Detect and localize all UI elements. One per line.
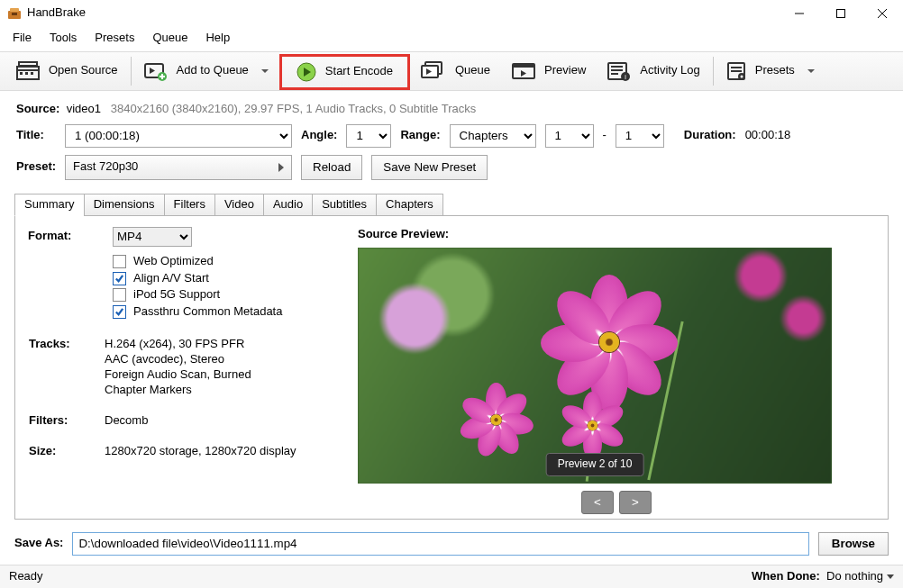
tab-chapters[interactable]: Chapters	[376, 194, 443, 216]
statusbar: Ready When Done: Do nothing	[0, 565, 903, 588]
activity-log-icon: i	[607, 61, 631, 81]
add-to-queue-button[interactable]: Add to Queue	[133, 51, 279, 91]
range-from-select[interactable]: 1	[545, 124, 594, 148]
align-av-checkbox[interactable]: Align A/V Start	[113, 271, 343, 286]
checkbox-unchecked-icon	[113, 288, 126, 302]
svg-rect-9	[19, 62, 37, 66]
when-done-value: Do nothing	[826, 569, 883, 583]
add-to-queue-label: Add to Queue	[177, 63, 249, 78]
menu-queue[interactable]: Queue	[145, 29, 195, 48]
svg-rect-4	[837, 9, 845, 17]
menubar: File Tools Presets Queue Help	[0, 27, 903, 51]
preview-icon	[512, 61, 535, 81]
activity-log-button[interactable]: i Activity Log	[597, 51, 710, 91]
preset-value: Fast 720p30	[73, 159, 138, 175]
open-source-button[interactable]: Open Source	[5, 51, 129, 91]
tracks-label: Tracks:	[28, 336, 104, 403]
track-line: Foreign Audio Scan, Burned	[105, 367, 296, 383]
source-name: video1	[67, 102, 101, 115]
browse-button[interactable]: Browse	[818, 532, 889, 556]
status-text: Ready	[9, 569, 43, 584]
range-label: Range:	[400, 128, 440, 143]
tabs-container: Summary Dimensions Filters Video Audio S…	[14, 193, 889, 520]
window-close-button[interactable]	[862, 0, 903, 27]
track-line: AAC (avcodec), Stereo	[105, 352, 296, 367]
presets-icon	[726, 61, 746, 81]
svg-rect-2	[12, 13, 17, 15]
start-encode-label: Start Encode	[325, 64, 393, 79]
align-av-label: Align A/V Start	[133, 271, 209, 286]
filters-label: Filters:	[28, 412, 104, 434]
range-mode-select[interactable]: Chapters	[450, 124, 536, 148]
add-queue-dropdown-icon[interactable]	[261, 69, 269, 73]
title-row: Title: 1 (00:00:18) Angle: 1 Range: Chap…	[0, 121, 903, 151]
queue-button[interactable]: Queue	[410, 51, 501, 91]
menu-presets[interactable]: Presets	[87, 29, 141, 48]
presets-dropdown-icon[interactable]	[807, 69, 815, 73]
size-value: 1280x720 storage, 1280x720 display	[104, 443, 297, 465]
presets-button[interactable]: Presets	[716, 51, 825, 91]
menu-file[interactable]: File	[5, 29, 39, 48]
angle-select[interactable]: 1	[346, 124, 391, 148]
start-encode-button[interactable]: Start Encode	[279, 54, 410, 90]
chevron-down-icon	[887, 574, 894, 579]
tracks-values: H.264 (x264), 30 FPS PFR AAC (avcodec), …	[104, 336, 297, 403]
when-done-label: When Done:	[752, 569, 820, 583]
preview-prev-button[interactable]: <	[581, 491, 614, 514]
window-titlebar: HandBrake	[0, 0, 903, 27]
preset-expand-icon	[278, 163, 284, 172]
track-line: Chapter Markers	[105, 383, 296, 398]
title-label: Title:	[16, 128, 56, 143]
menu-help[interactable]: Help	[198, 29, 237, 48]
ipod-support-checkbox[interactable]: iPod 5G Support	[113, 287, 343, 303]
track-line: H.264 (x264), 30 FPS PFR	[105, 337, 296, 352]
film-open-icon	[16, 61, 40, 81]
tab-audio[interactable]: Audio	[263, 194, 313, 216]
play-icon	[296, 62, 316, 82]
when-done-control[interactable]: When Done: Do nothing	[752, 569, 894, 584]
summary-left-column: Format: MP4 Web Optimized Align A/V Star…	[28, 227, 343, 508]
save-as-label: Save As:	[14, 536, 63, 551]
preset-label: Preset:	[16, 159, 56, 175]
source-preview-label: Source Preview:	[358, 227, 875, 242]
preview-button[interactable]: Preview	[501, 51, 597, 91]
duration-value: 00:00:18	[745, 128, 791, 143]
preset-select[interactable]: Fast 720p30	[65, 155, 292, 180]
source-info-row: Source: video1 3840x2160 (3840x2160), 29…	[0, 98, 903, 121]
range-to-select[interactable]: 1	[616, 124, 664, 148]
web-optimized-checkbox[interactable]: Web Optimized	[113, 254, 343, 269]
duration-label: Duration:	[684, 128, 736, 143]
tab-summary[interactable]: Summary	[14, 194, 85, 216]
title-select[interactable]: 1 (00:00:18)	[65, 124, 292, 148]
tab-video[interactable]: Video	[214, 194, 264, 216]
menu-tools[interactable]: Tools	[42, 29, 84, 48]
checkbox-unchecked-icon	[113, 255, 126, 268]
window-minimize-button[interactable]	[779, 0, 820, 27]
tab-dimensions[interactable]: Dimensions	[84, 194, 165, 216]
window-maximize-button[interactable]	[820, 0, 862, 27]
source-label: Source:	[16, 102, 59, 115]
range-dash: -	[603, 128, 607, 143]
add-queue-icon	[144, 61, 168, 81]
save-new-preset-button[interactable]: Save New Preset	[371, 155, 488, 180]
save-as-input[interactable]	[72, 532, 808, 556]
source-preview-image: Preview 2 of 10	[358, 248, 832, 484]
tab-filters[interactable]: Filters	[164, 194, 215, 216]
app-icon	[7, 6, 22, 21]
svg-marker-14	[150, 68, 155, 74]
checkbox-checked-icon	[113, 305, 126, 319]
tab-subtitles[interactable]: Subtitles	[312, 194, 377, 216]
format-select[interactable]: MP4	[113, 227, 192, 247]
preview-column: Source Preview:	[358, 227, 875, 508]
filters-value: Decomb	[104, 412, 297, 434]
angle-label: Angle:	[301, 128, 337, 143]
size-label: Size:	[28, 443, 104, 465]
passthru-metadata-checkbox[interactable]: Passthru Common Metadata	[113, 304, 343, 320]
toolbar: Open Source Add to Queue Start Encode Qu…	[0, 51, 903, 91]
reload-preset-button[interactable]: Reload	[301, 155, 362, 180]
preview-next-button[interactable]: >	[619, 491, 652, 514]
save-as-row: Save As: Browse	[0, 520, 903, 561]
svg-rect-11	[25, 72, 28, 75]
tab-panel-summary: Format: MP4 Web Optimized Align A/V Star…	[14, 215, 889, 520]
svg-rect-10	[20, 72, 23, 75]
